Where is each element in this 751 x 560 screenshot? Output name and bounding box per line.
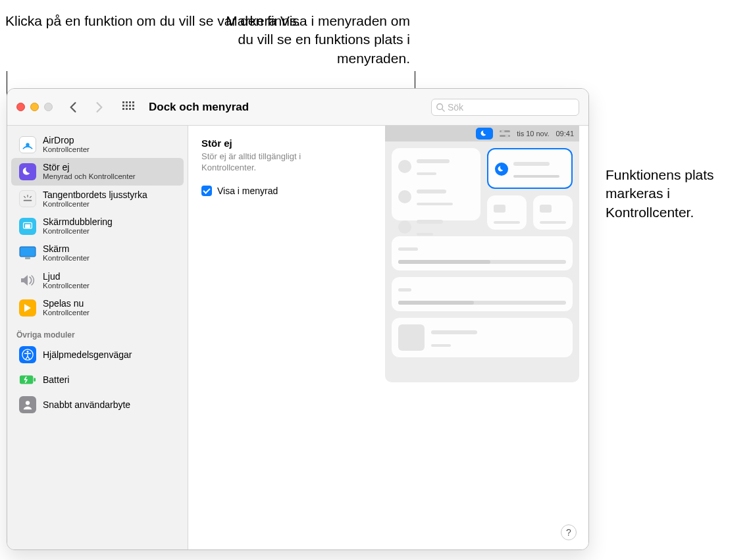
screen-mirroring-icon <box>19 218 36 235</box>
svg-point-24 <box>27 351 29 353</box>
svg-line-13 <box>442 109 445 111</box>
svg-rect-11 <box>132 108 134 110</box>
search-field[interactable] <box>431 99 579 116</box>
preview-tile-display-slider <box>392 236 573 270</box>
sidebar-item-sublabel: Kontrollcenter <box>43 227 113 236</box>
svg-point-30 <box>502 130 505 133</box>
sidebar-item-label: Stör ej <box>43 162 136 172</box>
svg-point-31 <box>505 134 509 138</box>
svg-rect-21 <box>20 247 36 257</box>
preview-tile-connectivity <box>392 148 480 220</box>
svg-rect-8 <box>122 108 124 110</box>
search-icon <box>436 103 445 112</box>
minimize-window-button[interactable] <box>30 103 39 111</box>
svg-rect-7 <box>132 105 134 107</box>
svg-rect-26 <box>34 378 36 382</box>
sidebar-item-battery[interactable]: Batteri <box>11 367 184 392</box>
sidebar-item-accessibility-shortcuts[interactable]: Hjälpmedelsgenvägar <box>11 342 184 367</box>
preview-menubar: tis 10 nov. 09:41 <box>385 126 579 141</box>
show-in-menubar-checkbox[interactable] <box>201 186 212 196</box>
sidebar-item-sublabel: Menyrad och Kontrollcenter <box>43 172 136 181</box>
accessibility-icon <box>19 346 36 363</box>
sidebar-item-sound[interactable]: Ljud Kontrollcenter <box>11 267 184 294</box>
svg-line-18 <box>30 197 32 198</box>
show-all-button[interactable] <box>118 97 138 117</box>
back-button[interactable] <box>63 97 83 117</box>
close-window-button[interactable] <box>16 103 25 111</box>
detail-pane: Stör ej Stör ej är alltid tillgängligt i… <box>188 126 588 549</box>
sound-icon <box>19 272 36 289</box>
svg-rect-9 <box>126 108 128 110</box>
menubar-dnd-pill <box>476 128 493 140</box>
svg-rect-28 <box>500 130 510 132</box>
moon-icon <box>19 163 36 180</box>
sidebar-item-sublabel: Kontrollcenter <box>43 145 90 154</box>
sidebar-item-now-playing[interactable]: Spelas nu Kontrollcenter <box>11 294 184 321</box>
window-toolbar: Dock och menyrad <box>7 89 588 126</box>
menubar-control-center-icon <box>500 130 510 138</box>
sidebar-item-fast-user-switching[interactable]: Snabbt användarbyte <box>11 392 184 417</box>
forward-button <box>90 97 109 117</box>
sidebar: AirDrop Kontrollcenter Stör ej Menyrad o… <box>7 126 188 549</box>
sidebar-item-label: Skärmdubblering <box>43 216 113 227</box>
svg-rect-4 <box>122 105 124 107</box>
moon-icon <box>495 163 508 176</box>
callout-show-in-menubar: Markera Visa i menyraden om du vill se e… <box>226 12 410 68</box>
sidebar-item-do-not-disturb[interactable]: Stör ej Menyrad och Kontrollcenter <box>11 158 184 185</box>
sidebar-item-label: Spelas nu <box>43 298 90 309</box>
svg-rect-3 <box>132 101 134 103</box>
svg-rect-1 <box>126 101 128 103</box>
sidebar-item-keyboard-brightness[interactable]: Tangentbordets ljusstyrka Kontrollcenter <box>11 186 184 213</box>
control-center-preview: tis 10 nov. 09:41 <box>385 126 579 382</box>
svg-rect-29 <box>500 135 510 137</box>
svg-line-17 <box>24 197 26 198</box>
preview-tile-generic <box>533 195 573 230</box>
callout-location-highlight: Funktionens plats markeras i Kontrollcen… <box>606 166 751 222</box>
airdrop-icon <box>19 136 36 153</box>
menubar-date: tis 10 nov. <box>517 130 549 138</box>
sidebar-item-airdrop[interactable]: AirDrop Kontrollcenter <box>11 131 184 158</box>
svg-point-27 <box>26 401 30 405</box>
user-switch-icon <box>19 396 36 413</box>
preview-tile-generic <box>487 195 527 230</box>
svg-rect-22 <box>25 257 30 259</box>
preferences-window: Dock och menyrad AirDrop Kontrollcenter <box>7 88 589 550</box>
sidebar-item-label: Snabbt användarbyte <box>43 399 130 410</box>
preview-tile-do-not-disturb <box>487 148 573 189</box>
sidebar-item-sublabel: Kontrollcenter <box>43 254 90 263</box>
sidebar-item-label: Hjälpmedelsgenvägar <box>43 349 132 360</box>
sidebar-section-other-modules: Övriga moduler <box>7 321 188 342</box>
svg-rect-15 <box>24 200 32 201</box>
preview-tile-now-playing <box>392 318 573 357</box>
show-in-menubar-label: Visa i menyrad <box>217 186 278 196</box>
play-icon <box>19 299 36 317</box>
sidebar-item-label: Tangentbordets ljusstyrka <box>43 190 147 200</box>
svg-rect-10 <box>129 108 131 110</box>
svg-rect-0 <box>122 101 124 103</box>
zoom-window-button <box>44 103 53 111</box>
sidebar-item-sublabel: Kontrollcenter <box>43 200 147 209</box>
sidebar-item-display[interactable]: Skärm Kontrollcenter <box>11 240 184 267</box>
sidebar-item-label: Skärm <box>43 243 90 254</box>
sidebar-item-label: Ljud <box>43 271 90 282</box>
svg-rect-2 <box>129 101 131 103</box>
sidebar-item-label: Batteri <box>43 374 69 385</box>
traffic-lights <box>16 103 53 111</box>
keyboard-brightness-icon <box>19 190 36 207</box>
search-input[interactable] <box>448 102 575 113</box>
sidebar-item-sublabel: Kontrollcenter <box>43 282 90 290</box>
battery-icon <box>19 371 36 388</box>
sidebar-item-label: AirDrop <box>43 135 90 145</box>
sidebar-item-screen-mirroring[interactable]: Skärmdubblering Kontrollcenter <box>11 213 184 240</box>
svg-rect-20 <box>25 224 30 228</box>
preview-tile-sound-slider <box>392 277 573 311</box>
window-title: Dock och menyrad <box>149 101 249 114</box>
sidebar-item-sublabel: Kontrollcenter <box>43 309 90 317</box>
display-icon <box>19 245 36 262</box>
svg-rect-5 <box>126 105 128 107</box>
svg-rect-6 <box>129 105 131 107</box>
help-button[interactable]: ? <box>561 524 577 540</box>
menubar-time: 09:41 <box>556 130 574 138</box>
detail-subtext: Stör ej är alltid tillgängligt i Kontrol… <box>201 151 333 174</box>
